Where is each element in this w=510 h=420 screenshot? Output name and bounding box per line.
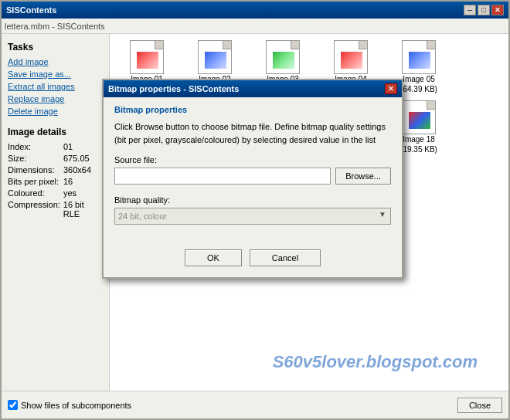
modal-section-title: Bitmap properties — [114, 105, 391, 114]
modal-title: Bitmap properties - SISContents — [108, 84, 239, 93]
cancel-button[interactable]: Cancel — [250, 249, 321, 266]
bitmap-quality-select[interactable]: 24 bit, colour — [114, 208, 391, 225]
source-file-label: Source file: — [114, 155, 391, 164]
source-file-row: Browse... — [114, 168, 391, 185]
select-wrapper: 24 bit, colour — [114, 208, 391, 237]
modal-dialog: Bitmap properties - SISContents ✕ Bitmap… — [102, 79, 403, 279]
bitmap-quality-label: Bitmap quality: — [114, 195, 391, 205]
ok-button[interactable]: OK — [185, 249, 242, 266]
modal-close-button[interactable]: ✕ — [385, 83, 397, 94]
modal-overlay: Bitmap properties - SISContents ✕ Bitmap… — [2, 2, 508, 418]
browse-button[interactable]: Browse... — [335, 168, 391, 185]
modal-body: Bitmap properties Click Browse button to… — [104, 97, 402, 277]
modal-description: Click Browse button to choose bitmap fil… — [114, 120, 391, 146]
modal-title-bar: Bitmap properties - SISContents ✕ — [104, 80, 402, 97]
main-window: SISContents ─ □ ✕ lettera.mbm - SISConte… — [0, 0, 510, 420]
modal-buttons: OK Cancel — [114, 249, 391, 266]
source-file-input[interactable] — [114, 168, 331, 185]
